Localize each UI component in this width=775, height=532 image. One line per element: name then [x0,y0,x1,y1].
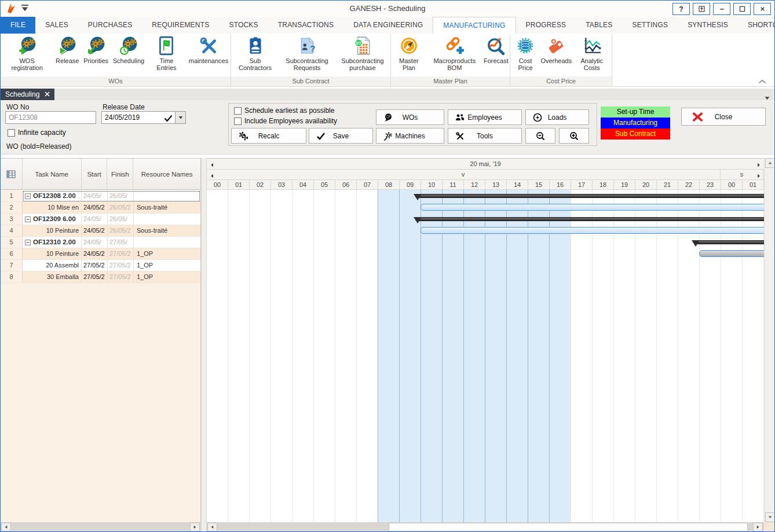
menu-tab-manufacturing[interactable]: MANUFACTURING [433,17,516,34]
column-header-finish[interactable]: Finish [107,159,133,189]
collapse-minus-icon[interactable] [25,193,31,199]
ribbon-item-subcontracting-requests[interactable]: ?Subcontracting Requests [279,35,335,72]
ribbon-item-forecast[interactable]: Forecast [482,35,510,65]
ribbon-item-maintenances[interactable]: maintenances [187,35,231,65]
ribbon-item-master-plan[interactable]: Master Plan [391,35,427,72]
close-button[interactable] [754,3,771,15]
hour-cell: 05 [314,180,335,189]
ribbon-collapse-icon[interactable] [758,76,766,82]
task-name-cell: 10 Mise en [23,202,82,213]
table-scroll-left-icon[interactable] [1,523,11,531]
menu-tab-shortcuts[interactable]: SHORTCUTS [738,17,775,34]
employees-button[interactable]: Employees [448,109,522,125]
tab-list-dropdown-icon[interactable] [765,92,770,96]
release-date-dropdown-button[interactable] [176,111,186,124]
release-icon [57,36,77,56]
menu-tab-data-engineering[interactable]: DATA ENGINEERING [343,17,433,34]
help-button[interactable]: ? [672,3,690,15]
ribbon-item-wos-registration[interactable]: WOS registration [1,35,53,72]
menu-bar: FILESALESPURCHASESREQUIREMENTSSTOCKSTRAN… [1,17,774,34]
menu-tab-stocks[interactable]: STOCKS [219,17,268,34]
gantt-summary-bar[interactable] [417,194,764,198]
week-scroll-right-icon[interactable] [756,162,761,166]
table-row[interactable]: 830 Emballa27/05/227/05/21_OP [1,271,200,283]
gantt-summary-bar[interactable] [417,217,764,221]
include-employees-checkbox[interactable]: Include Employees availability [234,117,337,125]
menu-tab-transactions[interactable]: TRANSACTIONS [268,17,343,34]
schedule-earliest-checkbox[interactable]: Schedule earliest as possible [234,107,334,115]
collapse-minus-icon[interactable] [25,240,31,245]
gantt-task-bar[interactable] [699,250,764,257]
machines-button[interactable]: Machines [376,128,444,144]
menu-tab-purchases[interactable]: PURCHASES [78,17,142,34]
menu-tab-settings[interactable]: SETTINGS [623,17,678,34]
panel-splitter[interactable] [201,158,207,532]
table-horizontal-scrollbar[interactable] [1,522,201,532]
tools-button[interactable]: Tools [448,128,522,144]
forecast-icon [486,36,506,56]
tab-close-icon[interactable] [45,89,50,100]
maximize-button[interactable] [733,3,751,15]
table-row[interactable]: 5OF12310 2.0024/05/27/05/ [1,237,200,248]
schedule-earliest-box[interactable] [234,107,242,115]
table-row[interactable]: 720 Assembl27/05/227/05/21_OP [1,260,200,271]
ribbon-item-macroproducts-bom[interactable]: Macroproducts BOM [427,35,482,72]
table-row[interactable]: 610 Peinture24/05/227/05/21_OP [1,248,200,260]
gantt-task-bar[interactable] [421,227,764,234]
ribbon-item-subcontracting-purchase[interactable]: STSubcontracting purchase [335,35,390,72]
gantt-horizontal-scrollbar[interactable] [207,522,764,532]
table-scroll-right-icon[interactable] [190,523,200,531]
infinite-capacity-checkbox[interactable]: Infinite capacity [8,129,66,137]
ribbon-item-scheduling[interactable]: Scheduling [111,35,147,65]
ribbon-item-priorities[interactable]: Priorities [81,35,111,65]
column-header-start[interactable]: Start [82,159,108,189]
menu-tab-file[interactable]: FILE [1,17,35,34]
gantt-scroll-right-icon[interactable] [753,523,763,531]
hour-cell: 08 [378,180,400,189]
day-scroll-left-icon[interactable] [210,173,214,177]
gantt-scroll-left-icon[interactable] [207,523,217,531]
hour-cell: 21 [657,180,678,189]
table-row[interactable]: 3OF12309 6.0024/05/26/05/ [1,214,200,225]
gantt-task-bar[interactable] [421,204,764,211]
gantt-scrollbar-thumb[interactable] [389,523,748,531]
wos-button[interactable]: WOs [376,109,444,125]
table-row[interactable]: 210 Mise en24/05/226/05/2Sous-traité [1,202,200,214]
ribbon-item-release[interactable]: Release [53,35,81,65]
ribbon-item-analytic-costs[interactable]: Analytic Costs [572,35,612,72]
table-row[interactable]: 1OF12308 2.0024/05/26/05/ [1,190,200,202]
column-header-task-name[interactable]: Task Name [23,159,82,189]
ribbon-item-cost-price[interactable]: Cost Price [510,35,540,72]
include-employees-box[interactable] [234,118,242,125]
ribbon-item-time-entries[interactable]: Time Entries [147,35,187,72]
wo-no-field[interactable] [5,111,96,124]
infinite-capacity-box[interactable] [8,129,15,137]
menu-tab-tables[interactable]: TABLES [576,17,622,34]
resource-cell: 1_OP [134,248,200,259]
finish-date-cell: 26/05/2 [108,202,134,213]
menu-tab-requirements[interactable]: REQUIREMENTS [142,17,219,34]
close-button[interactable]: Close [681,108,766,126]
release-date-field[interactable]: 24/05/2019 [101,111,176,124]
menu-tab-progress[interactable]: PROGRESS [516,17,576,34]
gantt-vertical-scrollbar[interactable] [764,158,775,522]
column-header-resource-names[interactable]: Resource Names [133,159,200,189]
ribbon-item-overheads[interactable]: Overheads [540,35,572,65]
scroll-down-icon[interactable] [765,512,775,522]
menu-tab-sales[interactable]: SALES [35,17,78,34]
loads-button[interactable]: Loads [525,109,589,125]
popout-button[interactable] [693,3,710,15]
zoom-out-button[interactable] [525,128,555,144]
menu-tab-synthesis[interactable]: SYNTHESIS [678,17,738,34]
ribbon-item-sub-contractors[interactable]: Sub Contractors [231,35,279,72]
day-scroll-right-icon[interactable] [756,173,761,177]
tab-scheduling[interactable]: Scheduling [1,89,54,100]
table-row[interactable]: 410 Peinture24/05/226/05/2Sous-traité [1,225,200,237]
minimize-button[interactable] [713,3,730,15]
scroll-up-icon[interactable] [765,158,775,168]
save-button[interactable]: Save [309,128,373,144]
recalc-button[interactable]: Recalc [231,128,306,144]
zoom-in-button[interactable] [559,128,589,144]
collapse-minus-icon[interactable] [25,217,31,222]
gantt-summary-bar[interactable] [695,240,764,244]
